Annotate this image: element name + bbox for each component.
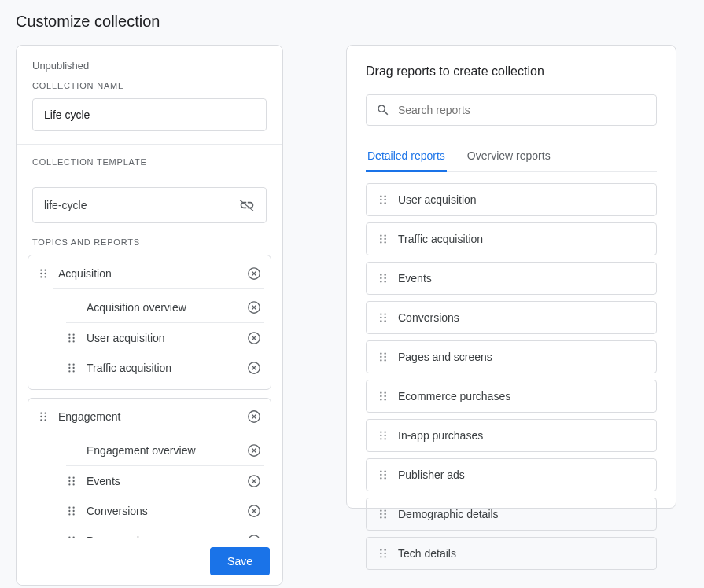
svg-point-68 <box>380 241 381 243</box>
drag-handle-icon[interactable] <box>378 312 389 323</box>
report-card[interactable]: User acquisition <box>366 183 657 216</box>
svg-point-27 <box>44 419 46 421</box>
search-box[interactable] <box>366 94 657 126</box>
svg-point-0 <box>40 269 42 270</box>
drag-handle-icon[interactable] <box>378 273 389 284</box>
svg-point-102 <box>380 474 381 476</box>
drag-handle-icon[interactable] <box>378 548 389 559</box>
drag-handle-icon[interactable] <box>378 391 389 402</box>
overview-report-row[interactable]: Acquisition overview <box>53 292 264 322</box>
svg-point-80 <box>380 320 381 322</box>
topic-header[interactable]: Acquisition <box>28 259 271 288</box>
save-button[interactable]: Save <box>210 547 270 575</box>
svg-point-95 <box>384 431 385 432</box>
report-row[interactable]: User acquisition <box>53 323 264 353</box>
svg-point-9 <box>72 333 74 335</box>
svg-point-92 <box>380 399 381 400</box>
svg-point-83 <box>384 352 385 354</box>
collection-template-field[interactable]: life-cycle <box>32 187 267 223</box>
drag-handle-icon[interactable] <box>378 351 389 362</box>
tab-detailed-reports[interactable]: Detailed reports <box>366 141 447 172</box>
search-icon <box>376 103 390 117</box>
report-card-label: Demographic details <box>398 508 499 520</box>
drag-handle-icon[interactable] <box>66 362 77 373</box>
drag-handle-icon[interactable] <box>378 469 389 480</box>
collection-name-label: COLLECTION NAME <box>17 75 282 98</box>
svg-point-39 <box>68 510 70 512</box>
svg-point-71 <box>384 274 385 275</box>
drag-handle-icon[interactable] <box>378 509 389 520</box>
drag-handle-icon[interactable] <box>66 476 77 487</box>
collection-name-input[interactable] <box>32 98 267 131</box>
report-card[interactable]: Publisher ads <box>366 458 657 491</box>
remove-icon[interactable] <box>247 474 261 488</box>
svg-point-107 <box>384 509 385 511</box>
svg-point-1 <box>44 269 46 270</box>
svg-point-86 <box>380 359 381 361</box>
svg-point-110 <box>380 516 381 518</box>
drag-handle-icon[interactable] <box>378 194 389 205</box>
svg-point-33 <box>72 480 74 482</box>
svg-point-18 <box>72 367 74 369</box>
svg-point-91 <box>384 395 385 397</box>
svg-point-16 <box>72 363 74 365</box>
report-row[interactable]: Conversions <box>53 496 264 526</box>
remove-icon[interactable] <box>247 331 261 345</box>
drag-handle-icon[interactable] <box>38 268 49 279</box>
svg-point-115 <box>384 553 385 554</box>
drag-handle-icon[interactable] <box>66 333 77 344</box>
svg-point-78 <box>380 317 381 318</box>
report-card[interactable]: In-app purchases <box>366 419 657 452</box>
svg-point-109 <box>384 513 385 515</box>
svg-point-38 <box>72 506 74 508</box>
svg-point-5 <box>44 276 46 277</box>
svg-point-62 <box>380 202 381 204</box>
drag-handle-icon[interactable] <box>378 430 389 441</box>
report-card[interactable]: Tech details <box>366 537 657 570</box>
report-card[interactable]: Events <box>366 262 657 295</box>
svg-point-100 <box>380 470 381 472</box>
report-card[interactable]: Traffic acquisition <box>366 222 657 255</box>
svg-point-8 <box>68 333 70 335</box>
report-card[interactable]: Ecommerce purchases <box>366 380 657 413</box>
report-row[interactable]: Traffic acquisition <box>53 353 264 383</box>
remove-icon[interactable] <box>247 300 261 314</box>
remove-icon[interactable] <box>247 266 261 281</box>
drag-handle-icon[interactable] <box>378 233 389 244</box>
remove-icon[interactable] <box>247 443 261 458</box>
report-card[interactable]: Conversions <box>366 301 657 334</box>
remove-icon[interactable] <box>247 410 261 424</box>
svg-point-26 <box>40 419 42 421</box>
svg-point-17 <box>68 367 70 369</box>
report-row[interactable]: Events <box>53 466 264 496</box>
report-card[interactable]: Demographic details <box>366 498 657 531</box>
tab-overview-reports[interactable]: Overview reports <box>466 141 552 172</box>
topic-header[interactable]: Engagement <box>28 402 271 432</box>
svg-point-31 <box>72 476 74 478</box>
svg-point-96 <box>380 435 381 436</box>
svg-point-108 <box>380 513 381 515</box>
search-input[interactable] <box>398 104 647 116</box>
drag-handle-icon[interactable] <box>66 505 77 516</box>
overview-report-row[interactable]: Engagement overview <box>53 435 264 465</box>
svg-point-97 <box>384 435 385 436</box>
tabs: Detailed reportsOverview reports <box>366 141 657 172</box>
svg-point-37 <box>68 506 70 508</box>
svg-point-99 <box>384 438 385 439</box>
report-label: Traffic acquisition <box>87 362 247 374</box>
report-card[interactable]: Pages and screens <box>366 340 657 373</box>
svg-point-101 <box>384 470 385 472</box>
unlink-icon[interactable] <box>239 197 255 213</box>
remove-icon[interactable] <box>247 361 261 375</box>
report-card-label: Tech details <box>398 547 456 560</box>
drag-handle-icon[interactable] <box>38 411 49 422</box>
svg-point-85 <box>384 356 385 358</box>
topics-scroll[interactable]: AcquisitionAcquisition overviewUser acqu… <box>28 255 271 585</box>
svg-point-20 <box>72 370 74 372</box>
report-label: Conversions <box>87 505 247 517</box>
svg-point-111 <box>384 516 385 518</box>
report-label: User acquisition <box>87 332 247 344</box>
remove-icon[interactable] <box>247 504 261 518</box>
svg-point-23 <box>44 412 46 413</box>
svg-point-93 <box>384 399 385 400</box>
